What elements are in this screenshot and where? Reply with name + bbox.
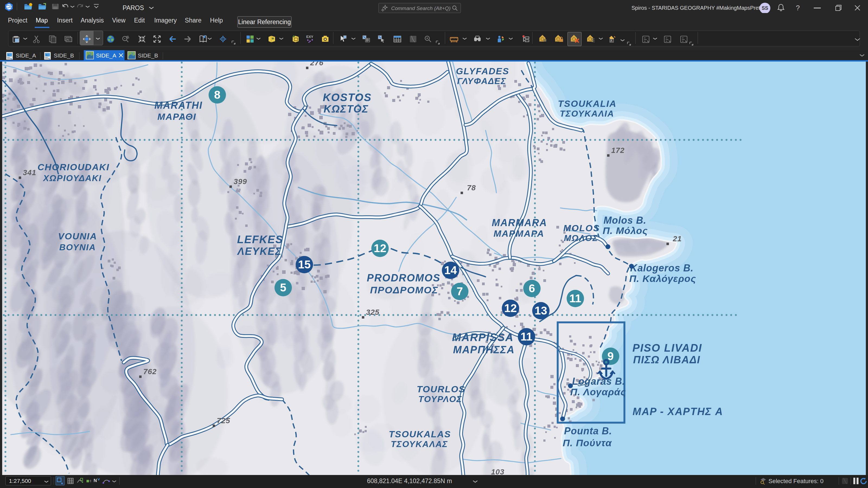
svg-text:341: 341 — [23, 168, 36, 177]
svg-text:Π. Λογαράς: Π. Λογαράς — [570, 386, 626, 397]
svg-text:A: A — [610, 39, 613, 42]
svg-text:TSOUKALAS: TSOUKALAS — [389, 429, 451, 439]
svg-text:ΤΟΥΡΛΟΣ: ΤΟΥΡΛΟΣ — [418, 394, 462, 404]
svg-text:11: 11 — [521, 330, 532, 343]
svg-text:Π. Πούντα: Π. Πούντα — [563, 437, 612, 448]
svg-text:PISO LIVADI: PISO LIVADI — [632, 342, 702, 354]
svg-text:15: 15 — [298, 258, 311, 271]
svg-text:5: 5 — [280, 281, 286, 294]
svg-text:EXY: EXY — [306, 35, 313, 39]
svg-text:6: 6 — [529, 282, 535, 295]
svg-text:ΜΩΛΟΣ: ΜΩΛΟΣ — [564, 233, 598, 243]
svg-text:276: 276 — [310, 62, 323, 67]
svg-text:ΠΙΣΩ ΛΙΒΑΔΙ: ΠΙΣΩ ΛΙΒΑΔΙ — [633, 354, 701, 365]
svg-text:ΜΑΡΑΘΙ: ΜΑΡΑΘΙ — [157, 111, 196, 122]
svg-text:ΒΟΥΝΙΑ: ΒΟΥΝΙΑ — [59, 242, 96, 252]
svg-text:Pounta B.: Pounta B. — [564, 425, 612, 436]
svg-text:KOSTOS: KOSTOS — [323, 91, 372, 103]
svg-text:PRODROMOS: PRODROMOS — [367, 272, 440, 284]
svg-text:ΠΡΟΔΡΟΜΟΣ: ΠΡΟΔΡΟΜΟΣ — [370, 284, 438, 295]
svg-text:ΜΑΡΠΗΣΣΑ: ΜΑΡΠΗΣΣΑ — [453, 344, 515, 355]
svg-text:12: 12 — [374, 242, 386, 255]
svg-text:21: 21 — [673, 234, 682, 243]
svg-text:MARMARA: MARMARA — [492, 217, 547, 228]
svg-text:725: 725 — [217, 416, 230, 425]
svg-text:MARATHI: MARATHI — [154, 100, 203, 111]
svg-text:TOURLOS: TOURLOS — [416, 384, 465, 394]
svg-text:7: 7 — [457, 285, 463, 298]
svg-text:CHORIOUDAKI: CHORIOUDAKI — [37, 162, 110, 172]
svg-text:ΜΑΡΜΑΡΑ: ΜΑΡΜΑΡΑ — [493, 228, 544, 238]
svg-text:Π. Καλόγερος: Π. Καλόγερος — [629, 273, 696, 284]
svg-text:11: 11 — [569, 292, 581, 305]
svg-text:ΤΣΟΥΚΑΛΑΣ: ΤΣΟΥΚΑΛΑΣ — [391, 439, 448, 449]
svg-text:325: 325 — [366, 308, 379, 316]
svg-text:VOUNIA: VOUNIA — [58, 231, 97, 241]
svg-text:ΓΛΥΦΑΔΕΣ: ΓΛΥΦΑΔΕΣ — [457, 76, 506, 86]
svg-text:Kalogeros B.: Kalogeros B. — [630, 262, 693, 273]
svg-text:ΤΣΟΥΚΑΛΙΑ: ΤΣΟΥΚΑΛΙΑ — [560, 109, 614, 119]
svg-text:8: 8 — [214, 88, 220, 101]
svg-text:N: N — [94, 478, 97, 483]
svg-text:ΧΩΡΙΟΥΔΑΚΙ: ΧΩΡΙΟΥΔΑΚΙ — [42, 173, 102, 183]
svg-text:Molos B.: Molos B. — [603, 215, 646, 226]
svg-text:MAP - ΧΑΡΤΗΣ A: MAP - ΧΑΡΤΗΣ A — [632, 406, 723, 417]
svg-text:MOLOS: MOLOS — [563, 223, 600, 233]
svg-text:GLYFADES: GLYFADES — [456, 66, 509, 76]
svg-text:103: 103 — [491, 468, 504, 475]
svg-text:13: 13 — [535, 304, 547, 317]
svg-text:ΚΩΣΤΟΣ: ΚΩΣΤΟΣ — [323, 103, 369, 115]
svg-text:78: 78 — [467, 184, 476, 192]
svg-text:399: 399 — [234, 177, 247, 186]
svg-text:Π. Μόλος: Π. Μόλος — [603, 225, 648, 236]
svg-text:12: 12 — [504, 302, 517, 315]
svg-text:14: 14 — [444, 264, 457, 276]
svg-text:Logaras B.: Logaras B. — [572, 376, 625, 387]
svg-text:ΛΕΥΚΕΣ: ΛΕΥΚΕΣ — [237, 246, 282, 257]
svg-text:MARPISSA: MARPISSA — [452, 331, 514, 343]
svg-text:TSOUKALIA: TSOUKALIA — [558, 98, 617, 109]
svg-text:762: 762 — [143, 367, 157, 376]
svg-text:LEFKES: LEFKES — [237, 233, 283, 246]
svg-text:172: 172 — [611, 146, 625, 155]
